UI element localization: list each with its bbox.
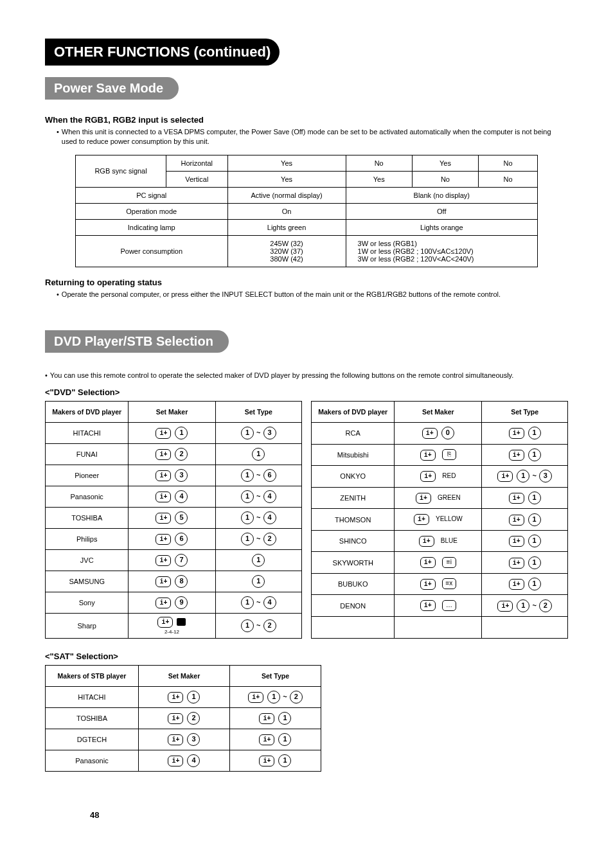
num-button: 1	[528, 492, 541, 504]
h-no: No	[346, 155, 412, 171]
setmaker-cell: i+9	[129, 592, 215, 613]
num-button: 3	[187, 733, 200, 746]
table-row: Philipsi+61~2	[46, 528, 302, 549]
maker-cell: Panasonic	[46, 486, 129, 507]
table-row: HITACHIi+1i+1~2	[46, 686, 321, 707]
num-button: 1	[241, 427, 254, 439]
table-row: THOMSONi+YELLOWi+1	[312, 509, 568, 531]
power-on: 245W (32) 320W (37) 380W (42)	[227, 235, 346, 267]
sat-col-settype: Set Type	[229, 665, 321, 686]
num-button: 4	[263, 596, 276, 609]
setmaker-cell: i+3	[129, 465, 215, 486]
sat-col-maker: Makers of STB player	[46, 665, 139, 686]
h-yes2: Yes	[412, 155, 478, 171]
v-yes2: Yes	[346, 171, 412, 187]
settype-cell: 1~3	[215, 422, 301, 443]
v-no: No	[412, 171, 478, 187]
power-save-title: Power Save Mode	[45, 77, 179, 100]
maker-cell: SKYWORTH	[312, 552, 395, 574]
op-mode-label: Operation mode	[76, 203, 228, 219]
setmaker-cell: i+GREEN	[395, 487, 482, 509]
table-row: SAMSUNGi+81	[46, 571, 302, 592]
num-button: 2	[175, 448, 188, 461]
maker-cell: Sony	[46, 592, 129, 613]
iplus-icon: i+	[259, 756, 274, 766]
num-button: 1	[278, 754, 291, 767]
num-button: 1	[528, 556, 541, 569]
maker-cell: SHINCO	[312, 530, 395, 552]
power-off: 3W or less (RGB1) 1W or less (RGB2 ; 100…	[346, 235, 537, 267]
glyph-button: …	[442, 600, 456, 611]
iplus-icon: i+	[509, 579, 524, 590]
table-row: JVCi+71	[46, 549, 302, 571]
num-button: 4	[187, 754, 200, 767]
num-button: 1	[252, 554, 265, 567]
iplus-icon: i+	[416, 493, 431, 504]
num-button: 6	[175, 533, 188, 545]
table-row: SKYWORTHi+≡ii+1	[312, 552, 568, 574]
iplus-icon: i+	[509, 450, 524, 461]
num-button: 4	[175, 490, 188, 503]
num-button: 1	[528, 535, 541, 547]
setmaker-cell: i+0	[395, 423, 482, 445]
num-button: 3	[263, 427, 276, 439]
num-button: 1	[241, 469, 254, 482]
settype-cell: i+1	[229, 750, 321, 771]
glyph-button: ≡x	[442, 578, 456, 589]
power-save-note: •When this unit is connected to a VESA D…	[57, 127, 568, 147]
setmaker-cell: i+…	[395, 595, 482, 617]
lamp-orange: Lights orange	[346, 219, 537, 235]
iplus-icon: i+	[168, 734, 183, 745]
num-button: 1	[241, 490, 254, 503]
num-button: 1	[528, 578, 541, 590]
iplus-icon: i+	[497, 471, 513, 482]
setmaker-cell: i+2	[129, 443, 215, 465]
setmaker-cell: i+8	[129, 571, 215, 592]
col-settype: Set Type	[215, 401, 301, 422]
table-row	[312, 617, 568, 639]
setmaker-cell: i+3	[138, 729, 229, 750]
maker-cell: ONKYO	[312, 466, 395, 488]
iplus-icon: i+	[155, 492, 171, 502]
maker-cell: JVC	[46, 549, 129, 571]
num-button: 6	[263, 469, 276, 482]
settype-cell: i+1	[482, 444, 568, 466]
page-section-header: OTHER FUNCTIONS (continued)	[45, 39, 280, 66]
dvd-stb-title: DVD Player/STB Selection	[45, 330, 229, 353]
maker-cell: DENON	[312, 595, 395, 617]
maker-cell: TOSHIBA	[46, 707, 139, 729]
maker-cell: Sharp	[46, 613, 129, 638]
maker-cell: Panasonic	[46, 750, 139, 771]
table-row: Sharpi+2-4-121~2	[46, 613, 302, 638]
table-row: DGTECHi+3i+1	[46, 729, 321, 750]
iplus-icon: i+	[420, 579, 436, 590]
power-save-note-text: When this unit is connected to a VESA DP…	[62, 127, 568, 147]
settype-cell: i+1	[482, 487, 568, 509]
num-button: 1	[241, 596, 254, 609]
iplus-icon: i+	[168, 713, 183, 724]
table-row: FUNAIi+21	[46, 443, 302, 465]
iplus-icon: i+	[155, 534, 171, 545]
num-button: 1	[241, 511, 254, 524]
maker-cell: FUNAI	[46, 443, 129, 465]
num-button: 1	[517, 599, 529, 612]
sm-note: 2-4-12	[134, 629, 209, 635]
iplus-icon: i+	[419, 536, 434, 547]
dvd-selection-heading: <"DVD" Selection>	[45, 387, 568, 397]
settype-cell: i+1~2	[229, 686, 321, 707]
num-button: 3	[175, 469, 188, 482]
setmaker-cell: i+7	[129, 549, 215, 571]
maker-cell: ZENITH	[312, 487, 395, 509]
col-maker-r: Makers of DVD player	[312, 401, 395, 423]
num-button: 2	[263, 619, 276, 632]
settype-cell: 1	[215, 443, 301, 465]
settype-cell: i+1~2	[482, 595, 568, 617]
iplus-icon: i+	[155, 449, 171, 460]
num-button: 1	[528, 448, 541, 461]
rgb-input-heading: When the RGB1, RGB2 input is selected	[45, 115, 568, 125]
maker-cell: HITACHI	[46, 686, 139, 707]
sat-selection-heading: <"SAT" Selection>	[45, 651, 568, 661]
maker-cell: TOSHIBA	[46, 507, 129, 528]
num-button: 9	[175, 596, 188, 609]
num-button: 1	[517, 470, 529, 483]
